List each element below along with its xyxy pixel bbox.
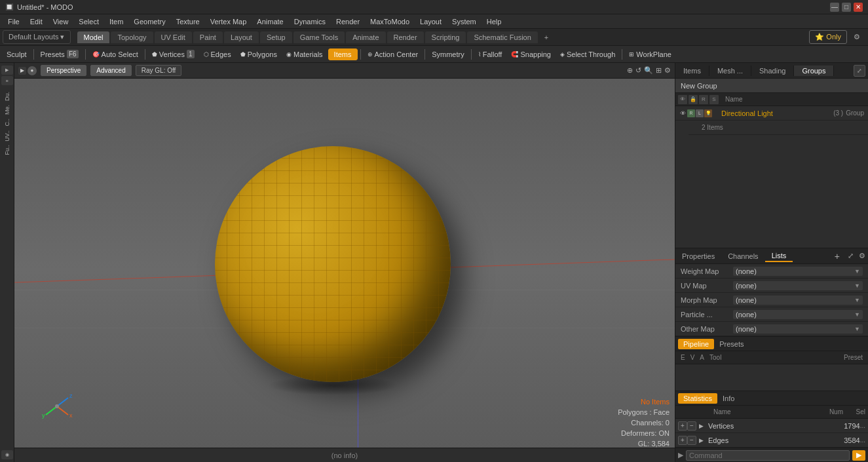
tab-animate[interactable]: Animate	[346, 31, 385, 43]
stat-vertices-expand-icon[interactable]: ▶	[696, 421, 706, 431]
edges-button[interactable]: ⬡ Edges	[200, 49, 235, 60]
sidebar-text-me[interactable]: Me.	[3, 104, 11, 116]
menu-dynamics[interactable]: Dynamics	[289, 16, 331, 27]
menu-maxtomodo[interactable]: MaxToModo	[365, 16, 415, 27]
tab-setup[interactable]: Setup	[260, 31, 292, 43]
workplane-button[interactable]: ⊞ WorkPlane	[625, 49, 675, 60]
prop-tab-lists[interactable]: Lists	[765, 250, 793, 262]
auto-select-button[interactable]: 🎯 Auto Select	[88, 49, 142, 60]
new-group-button[interactable]: New Group	[675, 79, 868, 93]
viewport-icon-settings[interactable]: ⚙	[664, 66, 671, 75]
viewport-icon-frame[interactable]: ⊕	[627, 66, 633, 75]
snapping-button[interactable]: 🧲 Snapping	[507, 49, 555, 60]
menu-file[interactable]: File	[3, 16, 25, 27]
statistics-active-tab[interactable]: Statistics	[678, 393, 717, 404]
stat-edges-add[interactable]: +	[678, 436, 687, 445]
item-render-icon[interactable]: R	[687, 109, 695, 117]
item-row-directional-light[interactable]: 👁 R L 💡 Directional Light (3 ) Group	[675, 106, 868, 121]
menu-geometry[interactable]: Geometry	[128, 16, 170, 27]
menu-texture[interactable]: Texture	[171, 16, 205, 27]
list-render-icon[interactable]: R	[699, 95, 708, 104]
tab-uvedit[interactable]: UV Edit	[155, 31, 192, 43]
menu-help[interactable]: Help	[481, 16, 507, 27]
weight-map-dropdown-icon[interactable]: ▼	[854, 268, 860, 275]
prop-settings-icon[interactable]: ⚙	[856, 250, 868, 261]
sidebar-icon-2[interactable]: ≡	[1, 76, 13, 85]
presets-button[interactable]: Presets F6	[37, 48, 83, 60]
rp-expand-icon[interactable]: ⤢	[854, 65, 865, 77]
tab-render[interactable]: Render	[387, 31, 424, 43]
materials-button[interactable]: ◉ Materials	[282, 49, 327, 60]
tab-layout[interactable]: Layout	[224, 31, 259, 43]
only-toggle[interactable]: ⭐ Only	[809, 30, 847, 44]
rp-tab-shading[interactable]: Shading	[751, 66, 794, 76]
item-visibility-icon[interactable]: 👁	[678, 109, 687, 118]
menu-vertex-map[interactable]: Vertex Map	[205, 16, 252, 27]
prop-particle-value[interactable]: (none) ▼	[733, 310, 863, 319]
stat-edges-minus[interactable]: −	[687, 436, 696, 445]
menu-item[interactable]: Item	[104, 16, 128, 27]
item-type-icon[interactable]: 💡	[704, 109, 712, 117]
add-layout-button[interactable]: +	[539, 31, 554, 43]
menu-select[interactable]: Select	[73, 16, 104, 27]
item-lock-sm-icon[interactable]: L	[696, 109, 704, 117]
command-arrow-icon[interactable]: ▶	[678, 451, 683, 459]
tab-topology[interactable]: Topology	[111, 31, 153, 43]
viewport-canvas[interactable]: x z y No Items Polygons : Face Channels:…	[14, 79, 675, 462]
prop-tab-add-icon[interactable]: +	[829, 250, 845, 263]
sidebar-text-c[interactable]: C..	[3, 117, 11, 128]
sidebar-text-du[interactable]: Du.	[3, 90, 11, 102]
sidebar-icon-1[interactable]: ▶	[1, 66, 13, 75]
falloff-button[interactable]: ⌇ Falloff	[474, 49, 506, 60]
list-select-icon[interactable]: S	[709, 95, 719, 104]
morph-map-dropdown-icon[interactable]: ▼	[854, 297, 860, 303]
menu-view[interactable]: View	[48, 16, 74, 27]
polygons-button[interactable]: ⬟ Polygons	[236, 49, 281, 60]
prop-weight-map-value[interactable]: (none) ▼	[733, 267, 863, 276]
perspective-button[interactable]: Perspective	[41, 65, 86, 76]
sidebar-text-fu[interactable]: Fu..	[3, 144, 11, 157]
tab-game-tools[interactable]: Game Tools	[293, 31, 345, 43]
items-button[interactable]: Items	[328, 48, 358, 60]
menu-animate[interactable]: Animate	[252, 16, 288, 27]
select-through-button[interactable]: ◈ Select Through	[556, 49, 619, 60]
list-eye-icon[interactable]: 👁	[678, 95, 687, 104]
viewport-toggle[interactable]: ▶	[18, 67, 26, 75]
sidebar-text-uv[interactable]: UV..	[3, 129, 11, 143]
sidebar-expand-icon[interactable]: ◉	[1, 450, 13, 459]
tab-schematic[interactable]: Schematic Fusion	[467, 31, 537, 43]
prop-other-map-value[interactable]: (none) ▼	[733, 324, 863, 334]
tab-paint[interactable]: Paint	[193, 31, 223, 43]
tab-scripting[interactable]: Scripting	[425, 31, 466, 43]
statistics-info-tab[interactable]: Info	[717, 393, 740, 404]
menu-system[interactable]: System	[447, 16, 481, 27]
advanced-button[interactable]: Advanced	[90, 65, 131, 76]
menu-render[interactable]: Render	[331, 16, 365, 27]
tab-model[interactable]: Model	[77, 31, 110, 43]
viewport-icon-zoom[interactable]: 🔍	[644, 66, 653, 75]
stat-vertices-add[interactable]: +	[678, 421, 687, 431]
particle-dropdown-icon[interactable]: ▼	[854, 311, 860, 318]
vertices-button[interactable]: ⬟ Vertices 1	[148, 48, 198, 60]
rp-tab-items[interactable]: Items	[675, 66, 709, 76]
prop-tab-properties[interactable]: Properties	[675, 251, 721, 261]
action-center-button[interactable]: ⊕ Action Center	[364, 49, 423, 60]
raygl-button[interactable]: Ray GL: Off	[136, 65, 182, 76]
stat-edges-expand-icon[interactable]: ▶	[696, 436, 706, 445]
command-input[interactable]	[686, 450, 850, 461]
rp-tab-groups[interactable]: Groups	[794, 66, 834, 76]
stat-vertices-dots[interactable]: ...	[860, 422, 865, 429]
other-map-dropdown-icon[interactable]: ▼	[854, 326, 860, 332]
layout-settings-icon[interactable]: ⚙	[848, 31, 865, 43]
menu-layout[interactable]: Layout	[415, 16, 447, 27]
viewport-dot[interactable]: ●	[28, 66, 37, 75]
rp-tab-mesh[interactable]: Mesh ...	[709, 66, 751, 76]
menu-edit[interactable]: Edit	[25, 16, 48, 27]
pipeline-presets-tab[interactable]: Presets	[714, 339, 749, 349]
stat-vertices-minus[interactable]: −	[687, 421, 696, 431]
sculpt-button[interactable]: Sculpt	[3, 49, 31, 60]
viewport-icon-rotate[interactable]: ↺	[635, 66, 641, 75]
command-submit-button[interactable]: ▶	[852, 450, 865, 461]
pipeline-active-tab[interactable]: Pipeline	[678, 339, 714, 349]
prop-tab-channels[interactable]: Channels	[721, 251, 764, 261]
